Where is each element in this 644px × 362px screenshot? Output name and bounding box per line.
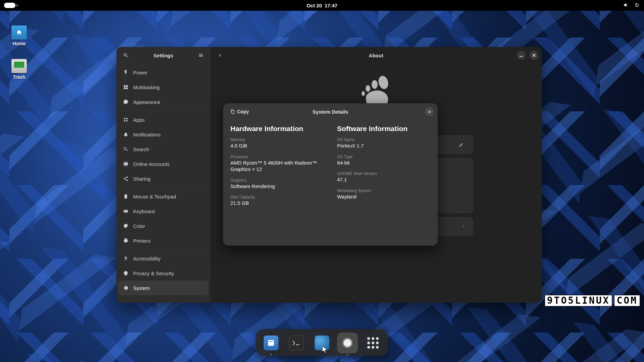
dialog-title: System Details — [313, 109, 348, 115]
watermark-text-b: COM — [614, 295, 640, 306]
dock-show-apps[interactable] — [363, 333, 383, 353]
graphics-value: Software Rendering — [230, 183, 324, 190]
nav-color[interactable]: Color — [118, 219, 208, 233]
minimize-button[interactable] — [517, 51, 526, 60]
nav-label: Appearance — [133, 99, 160, 105]
nav-label: Apps — [133, 117, 145, 123]
memory-value: 4.0 GiB — [230, 142, 324, 149]
nav-privacy[interactable]: Privacy & Security — [118, 266, 208, 281]
search-button[interactable] — [120, 49, 132, 61]
nav-label: Accessibility — [133, 256, 161, 261]
terminal-icon — [289, 336, 304, 350]
nav-label: Notifications — [133, 132, 161, 137]
settings-sidebar: Settings Power Multitasking Appearance A… — [116, 47, 210, 303]
close-button[interactable] — [530, 51, 538, 60]
graphics-label: Graphics — [230, 178, 324, 183]
nav-appearance[interactable]: Appearance — [118, 95, 208, 109]
time-label: 17:47 — [325, 3, 337, 8]
desktop-icon-label: Trash — [7, 74, 31, 80]
web-browser-icon — [315, 336, 329, 350]
system-details-dialog: Copy System Details Hardware Information… — [223, 103, 438, 246]
os-name-label: OS Name — [337, 137, 430, 142]
processor-label: Processor — [230, 155, 324, 159]
nav-label: Multitasking — [133, 84, 160, 90]
software-heading: Software Information — [337, 125, 430, 133]
trash-icon — [11, 59, 27, 73]
nav-sharing[interactable]: Sharing — [118, 171, 208, 186]
os-type-label: OS Type — [337, 155, 430, 159]
menu-button[interactable] — [195, 49, 207, 61]
nav-label: Mouse & Touchpad — [133, 194, 176, 199]
nav-system[interactable]: System — [118, 281, 208, 295]
svg-point-2 — [372, 80, 378, 89]
workspace-pill-icon — [4, 3, 15, 8]
desktop-icon-trash[interactable]: Trash — [7, 59, 31, 80]
dock-terminal[interactable] — [286, 333, 307, 353]
nav-keyboard[interactable]: Keyboard — [118, 204, 208, 219]
copy-button[interactable]: Copy — [227, 107, 252, 116]
os-name-value: PorteuX 1.7 — [337, 142, 430, 149]
dock — [256, 329, 388, 356]
processor-value: AMD Ryzen™ 5 4600H with Radeon™ Graphics… — [230, 160, 324, 173]
svg-rect-6 — [269, 341, 273, 342]
nav-power[interactable]: Power — [118, 65, 208, 80]
nav-multitasking[interactable]: Multitasking — [118, 80, 208, 95]
nav-label: Online Accounts — [133, 161, 169, 167]
nav-apps[interactable]: Apps — [118, 112, 208, 127]
gnome-label: GNOME Shell Version — [337, 171, 430, 176]
files-icon — [264, 336, 278, 350]
nav-label: Search — [133, 146, 149, 152]
nav-label: Color — [133, 223, 145, 229]
desktop-icon-label: Home — [7, 41, 31, 46]
chevron-right-icon — [462, 224, 466, 230]
nav-printers[interactable]: Printers — [118, 233, 208, 248]
nav-notifications[interactable]: Notifications — [118, 127, 208, 142]
date-label: Oct 20 — [307, 3, 322, 8]
disk-label: Disk Capacity — [230, 195, 324, 199]
hardware-column: Hardware Information Memory4.0 GiB Proce… — [230, 125, 324, 241]
nav-online-accounts[interactable]: Online Accounts — [118, 157, 208, 171]
activities-indicator[interactable] — [4, 3, 15, 8]
svg-point-4 — [362, 91, 365, 96]
nav-label: System — [133, 285, 150, 291]
settings-icon — [340, 336, 355, 350]
svg-point-3 — [366, 85, 370, 92]
power-icon[interactable] — [634, 2, 640, 9]
disk-value: 21.5 GB — [230, 200, 324, 206]
windowing-value: Wayland — [337, 193, 430, 200]
nav-search[interactable]: Search — [118, 142, 208, 157]
software-column: Software Information OS NamePorteuX 1.7 … — [337, 125, 430, 241]
svg-rect-0 — [520, 56, 523, 57]
nav-label: Keyboard — [133, 208, 155, 214]
nav-label: Power — [133, 70, 148, 75]
back-button[interactable] — [214, 49, 226, 61]
nav-accessibility[interactable]: Accessibility — [118, 251, 208, 266]
watermark: 9TO5LINUX COM — [545, 295, 640, 306]
dialog-close-button[interactable] — [425, 107, 434, 116]
svg-point-1 — [377, 75, 389, 90]
sidebar-title: Settings — [132, 53, 195, 58]
watermark-text-a: 9TO5LINUX — [545, 295, 612, 306]
gnome-value: 47.1 — [337, 176, 430, 183]
top-bar: Oct 20 17:47 — [0, 0, 644, 11]
dock-settings[interactable] — [337, 333, 358, 353]
folder-home-icon — [11, 25, 27, 40]
dock-files[interactable] — [261, 333, 281, 353]
dock-web[interactable] — [312, 333, 332, 353]
windowing-label: Windowing System — [337, 188, 430, 193]
apps-grid-icon — [367, 337, 379, 349]
volume-icon[interactable] — [623, 2, 629, 9]
hardware-heading: Hardware Information — [230, 125, 324, 133]
svg-rect-5 — [268, 340, 274, 346]
os-type-value: 64-bit — [337, 160, 430, 166]
nav-label: Privacy & Security — [133, 270, 174, 276]
memory-label: Memory — [230, 137, 324, 142]
nav-label: Sharing — [133, 176, 151, 182]
clock-area[interactable]: Oct 20 17:47 — [307, 3, 337, 8]
nav-mouse[interactable]: Mouse & Touchpad — [118, 189, 208, 204]
copy-label: Copy — [237, 109, 249, 114]
desktop-icon-home[interactable]: Home — [7, 25, 31, 46]
nav-label: Printers — [133, 238, 151, 244]
content-title: About — [369, 53, 383, 58]
edit-icon — [456, 140, 466, 150]
